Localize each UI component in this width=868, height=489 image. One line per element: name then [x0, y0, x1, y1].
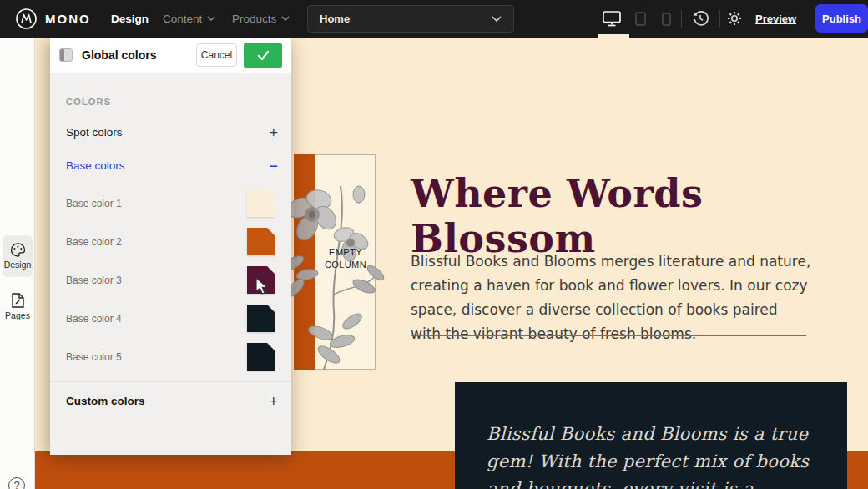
pages-icon [11, 293, 25, 308]
nav-menu-design[interactable]: Design [111, 13, 149, 25]
sidebar-item-pages[interactable]: Pages [3, 285, 33, 327]
navbar-divider [719, 10, 720, 28]
chevron-down-icon [281, 16, 290, 22]
sidebar-item-design[interactable]: Design [3, 235, 33, 277]
base-color-swatch[interactable] [247, 266, 275, 294]
spot-colors-label: Spot colors [66, 126, 123, 139]
add-spot-color-button[interactable]: + [269, 124, 278, 142]
panel-title: Global colors [82, 48, 196, 62]
navbar-divider [681, 10, 682, 28]
editor-window: MONO Design Content Products Home [0, 0, 868, 489]
chevron-down-icon [492, 16, 502, 23]
base-color-label: Base color 4 [66, 313, 122, 325]
hero-divider-line [411, 335, 806, 336]
active-device-underline [598, 34, 629, 38]
custom-colors-label: Custom colors [66, 395, 145, 407]
base-color-label: Base color 3 [66, 275, 122, 286]
mono-logo-icon[interactable] [15, 8, 38, 30]
panel-header: Global colors Cancel [50, 38, 291, 73]
panel-divider [50, 381, 291, 382]
spot-colors-group[interactable]: Spot colors + [50, 124, 291, 143]
global-colors-panel: Global colors Cancel COLORS Spot colors … [50, 38, 291, 455]
page-selector-value: Home [320, 13, 350, 25]
base-color-row: Base color 2 [50, 228, 291, 256]
base-color-row: Base color 1 [50, 189, 291, 218]
base-color-label: Base color 5 [66, 351, 122, 363]
base-color-row: Base color 4 [50, 305, 291, 333]
page-selector-dropdown[interactable]: Home [307, 5, 514, 33]
custom-colors-group[interactable]: Custom colors + [50, 393, 291, 413]
nav-menu-products-label: Products [232, 13, 276, 25]
nav-menu-content-label: Content [163, 13, 202, 25]
base-color-swatch[interactable] [247, 343, 275, 371]
nav-menu-design-label: Design [111, 13, 149, 25]
base-colors-label: Base colors [66, 159, 125, 172]
desktop-view-icon[interactable] [603, 11, 621, 27]
mobile-view-icon[interactable] [662, 13, 671, 26]
nav-menu-content[interactable]: Content [163, 13, 215, 25]
cancel-button[interactable]: Cancel [196, 43, 237, 67]
settings-gear-icon[interactable] [726, 10, 743, 27]
base-color-row: Base color 3 [50, 266, 291, 295]
tablet-view-icon[interactable] [635, 12, 646, 26]
left-sidebar: Design Pages ? [0, 38, 35, 489]
checkmark-icon [257, 50, 270, 61]
base-color-label: Base color 1 [66, 198, 122, 209]
base-color-swatch[interactable] [247, 189, 275, 217]
hero-paragraph[interactable]: Blissful Books and Blooms merges literat… [411, 250, 811, 346]
add-custom-color-button[interactable]: + [269, 393, 278, 411]
testimonial-quote: Blissful Books and Blooms is a true gem!… [487, 421, 820, 489]
nav-menu-products[interactable]: Products [232, 13, 290, 25]
empty-column-label: EMPTY COLUMN [313, 246, 378, 271]
orange-column-bar [294, 154, 315, 370]
history-icon[interactable] [692, 10, 709, 27]
sidebar-item-design-label: Design [4, 260, 32, 270]
base-color-swatch[interactable] [247, 228, 275, 255]
collapse-base-colors-button[interactable]: − [269, 158, 278, 175]
base-color-swatch[interactable] [247, 305, 275, 332]
preview-link[interactable]: Preview [755, 13, 796, 25]
publish-button[interactable]: Publish [815, 4, 868, 33]
base-color-label: Base color 2 [66, 236, 122, 248]
brand-name: MONO [45, 12, 91, 26]
help-icon[interactable]: ? [8, 477, 25, 489]
testimonial-block[interactable]: Blissful Books and Blooms is a true gem!… [455, 382, 847, 489]
base-colors-group[interactable]: Base colors − [50, 158, 291, 176]
confirm-button[interactable] [244, 43, 282, 68]
hero-heading[interactable]: Where Words Blossom [411, 171, 868, 261]
palette-icon [10, 243, 26, 257]
colors-section-label: COLORS [66, 97, 111, 107]
color-swatch-icon [59, 48, 73, 62]
chevron-down-icon [207, 16, 215, 22]
top-navbar: MONO Design Content Products Home [0, 0, 868, 38]
base-color-row: Base color 5 [50, 343, 291, 371]
sidebar-item-pages-label: Pages [5, 310, 30, 320]
